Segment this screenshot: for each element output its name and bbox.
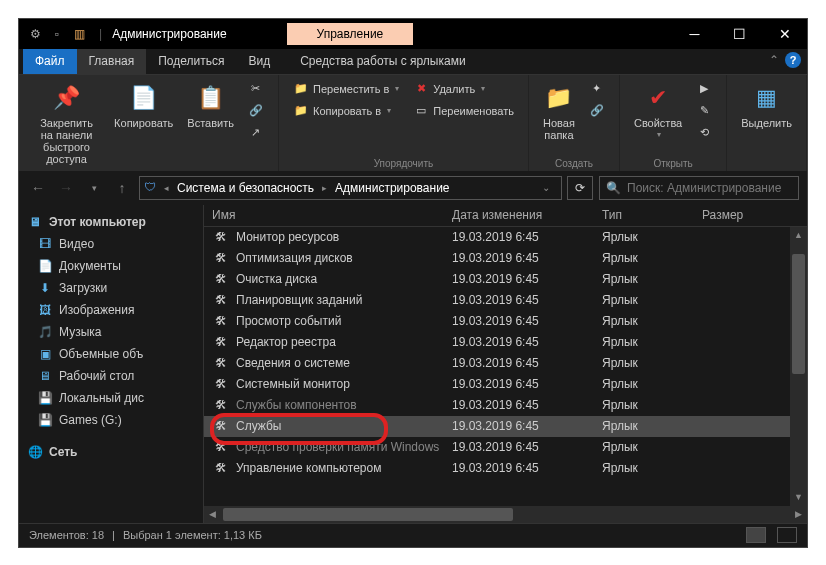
open-button[interactable]: ▶ (692, 79, 716, 99)
table-row[interactable]: 🛠Просмотр событий19.03.2019 6:45Ярлык (204, 311, 790, 332)
table-row[interactable]: 🛠Монитор ресурсов19.03.2019 6:45Ярлык (204, 227, 790, 248)
table-row[interactable]: 🛠Сведения о системе19.03.2019 6:45Ярлык (204, 353, 790, 374)
help-icon[interactable]: ? (785, 52, 801, 68)
crumb-admin[interactable]: Администрирование (331, 181, 453, 195)
folder-icon: 🎞 (37, 236, 53, 252)
file-type: Ярлык (602, 230, 702, 244)
delete-button[interactable]: ✖Удалить▾ (409, 79, 518, 99)
sidebar-item[interactable]: ▣Объемные объ (19, 343, 203, 365)
view-details-button[interactable] (746, 527, 766, 543)
col-date[interactable]: Дата изменения (452, 208, 602, 222)
shortcut-icon: 🛠 (212, 398, 230, 412)
moveto-button[interactable]: 📁Переместить в▾ (289, 79, 403, 99)
pasteshortcut-button[interactable]: ↗ (244, 123, 268, 143)
file-date: 19.03.2019 6:45 (452, 377, 602, 391)
sidebar-item[interactable]: 💾Локальный дис (19, 387, 203, 409)
col-type[interactable]: Тип (602, 208, 702, 222)
horizontal-scrollbar[interactable]: ◀ ▶ (204, 506, 807, 523)
breadcrumb[interactable]: 🛡 ◂ Система и безопасность ▸ Администрир… (139, 176, 562, 200)
collapse-ribbon-icon[interactable]: ⌃ (769, 53, 779, 67)
tab-main[interactable]: Главная (77, 49, 147, 74)
tab-view[interactable]: Вид (236, 49, 282, 74)
shortcut-icon: 🛠 (212, 419, 230, 433)
scroll-up-arrow[interactable]: ▲ (790, 227, 807, 244)
sidebar-item[interactable]: 📄Документы (19, 255, 203, 277)
sidebar-item[interactable]: 🖥Рабочий стол (19, 365, 203, 387)
sidebar-item-label: Games (G:) (59, 413, 122, 427)
nav-up-button[interactable]: ↑ (111, 177, 133, 199)
hscroll-right[interactable]: ▶ (790, 506, 807, 523)
file-date: 19.03.2019 6:45 (452, 335, 602, 349)
copyto-button[interactable]: 📁Копировать в▾ (289, 101, 403, 121)
sidebar-item-label: Музыка (59, 325, 101, 339)
rename-button[interactable]: ▭Переименовать (409, 101, 518, 121)
newfolder-button[interactable]: 📁 Новая папка (539, 79, 579, 145)
sidebar-item-label: Объемные объ (59, 347, 143, 361)
table-row[interactable]: 🛠Службы компонентов19.03.2019 6:45Ярлык (204, 395, 790, 416)
nav-recent-button[interactable]: ▾ (83, 177, 105, 199)
table-row[interactable]: 🛠Управление компьютером19.03.2019 6:45Яр… (204, 458, 790, 479)
qa-props-icon[interactable]: ▫ (49, 26, 65, 42)
copypath-button[interactable]: 🔗 (244, 101, 268, 121)
edit-button[interactable]: ✎ (692, 101, 716, 121)
minimize-button[interactable]: ─ (672, 19, 717, 49)
shortcut-icon: 🛠 (212, 377, 230, 391)
newitem-button[interactable]: ✦ (585, 79, 609, 99)
search-input[interactable]: 🔍 Поиск: Администрирование (599, 176, 799, 200)
table-row[interactable]: 🛠Оптимизация дисков19.03.2019 6:45Ярлык (204, 248, 790, 269)
table-row[interactable]: 🛠Очистка диска19.03.2019 6:45Ярлык (204, 269, 790, 290)
tab-share[interactable]: Поделиться (146, 49, 236, 74)
easylink-button[interactable]: 🔗 (585, 101, 609, 121)
app-icon: ⚙ (27, 26, 43, 42)
select-button[interactable]: ▦ Выделить (737, 79, 796, 133)
cut-button[interactable]: ✂ (244, 79, 268, 99)
col-name[interactable]: Имя (212, 208, 452, 222)
link-icon: 🔗 (589, 103, 605, 119)
file-date: 19.03.2019 6:45 (452, 440, 602, 454)
crumb-dropdown[interactable]: ⌄ (535, 177, 557, 199)
qa-newfolder-icon[interactable]: ▥ (71, 26, 87, 42)
sidebar-item[interactable]: 💾Games (G:) (19, 409, 203, 431)
history-button[interactable]: ⟲ (692, 123, 716, 143)
status-bar: Элементов: 18 | Выбран 1 элемент: 1,13 К… (19, 523, 807, 547)
sidebar-item[interactable]: 🎵Музыка (19, 321, 203, 343)
maximize-button[interactable]: ☐ (717, 19, 762, 49)
sidebar-item[interactable]: 🎞Видео (19, 233, 203, 255)
scroll-down-arrow[interactable]: ▼ (790, 489, 807, 506)
table-row[interactable]: 🛠Системный монитор19.03.2019 6:45Ярлык (204, 374, 790, 395)
table-row[interactable]: 🛠Службы19.03.2019 6:45Ярлык (204, 416, 790, 437)
table-row[interactable]: 🛠Средство проверки памяти Windows19.03.2… (204, 437, 790, 458)
hscroll-left[interactable]: ◀ (204, 506, 221, 523)
shortcut-icon: 🛠 (212, 356, 230, 370)
props-button[interactable]: ✔ Свойства▾ (630, 79, 686, 144)
shortcut-icon: 🛠 (212, 293, 230, 307)
view-icons-button[interactable] (777, 527, 797, 543)
nav-back-button[interactable]: ← (27, 177, 49, 199)
table-row[interactable]: 🛠Планировщик заданий19.03.2019 6:45Ярлык (204, 290, 790, 311)
sidebar-item-label: Загрузки (59, 281, 107, 295)
sidebar-item-label: Документы (59, 259, 121, 273)
search-placeholder: Поиск: Администрирование (627, 181, 781, 195)
tab-file[interactable]: Файл (23, 49, 77, 74)
hscroll-thumb[interactable] (223, 508, 513, 521)
close-button[interactable]: ✕ (762, 19, 807, 49)
column-headers[interactable]: Имя Дата изменения Тип Размер (204, 205, 807, 227)
nav-forward-button[interactable]: → (55, 177, 77, 199)
copy-button[interactable]: 📄 Копировать (110, 79, 177, 133)
sidebar-item[interactable]: 🖼Изображения (19, 299, 203, 321)
file-name: Службы компонентов (236, 398, 452, 412)
vertical-scrollbar[interactable]: ▲ ▼ (790, 227, 807, 506)
tab-contextual[interactable]: Средства работы с ярлыками (288, 49, 477, 74)
sidebar-item[interactable]: ⬇Загрузки (19, 277, 203, 299)
scroll-thumb[interactable] (792, 254, 805, 374)
sidebar-item-network[interactable]: 🌐Сеть (19, 441, 203, 463)
crumb-system[interactable]: Система и безопасность (173, 181, 318, 195)
table-row[interactable]: 🛠Редактор реестра19.03.2019 6:45Ярлык (204, 332, 790, 353)
refresh-button[interactable]: ⟳ (567, 176, 593, 200)
sidebar-item-thispc[interactable]: 🖥Этот компьютер (19, 211, 203, 233)
address-bar-row: ← → ▾ ↑ 🛡 ◂ Система и безопасность ▸ Адм… (19, 171, 807, 205)
pin-button[interactable]: 📌 Закрепить на панели быстрого доступа (29, 79, 104, 169)
group-new-label: Создать (555, 158, 593, 169)
col-size[interactable]: Размер (702, 208, 807, 222)
paste-button[interactable]: 📋 Вставить (183, 79, 238, 133)
